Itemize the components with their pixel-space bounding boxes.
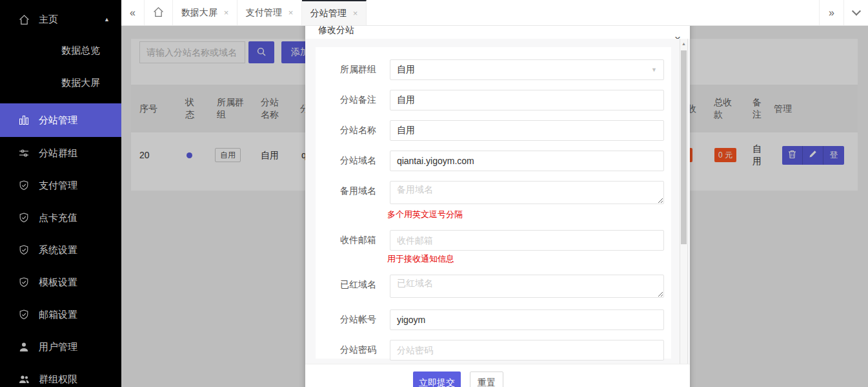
sidebar-item-site-groups[interactable]: 分站群组: [0, 140, 121, 166]
close-icon[interactable]: ×: [353, 8, 358, 18]
shield-check-icon: [18, 212, 30, 224]
tab-label: 支付管理: [246, 7, 282, 19]
modal-body: 所属群组 自用 ▼ 分站备注 分站名称 分站域名 备用域名: [305, 39, 690, 364]
edit-site-form: 所属群组 自用 ▼ 分站备注 分站名称 分站域名 备用域名: [316, 47, 671, 359]
sidebar-item-site-manage[interactable]: 分站管理: [0, 103, 121, 137]
sliders-icon: [18, 147, 30, 159]
scroll-up-icon[interactable]: ▲: [680, 39, 687, 48]
field-label: 分站域名: [340, 151, 379, 167]
sidebar-item-label: 邮箱设置: [39, 309, 77, 321]
expand-tabs-button[interactable]: »: [819, 0, 843, 25]
users-icon: [18, 373, 30, 385]
sidebar-item-label: 数据大屏: [61, 77, 100, 89]
form-row-backup-domain: 备用域名 多个用英文逗号分隔: [340, 181, 671, 220]
modal-footer: 立即提交 重置: [305, 364, 690, 387]
sidebar-item-label: 分站群组: [39, 147, 77, 160]
sidebar-item-home[interactable]: 主页 ▲: [0, 5, 121, 34]
sidebar-item-label: 数据总览: [61, 45, 100, 57]
site-name-input[interactable]: [390, 120, 664, 141]
home-icon: [153, 6, 164, 19]
backup-domain-textarea[interactable]: [390, 181, 664, 204]
tabbar-right-controls: »: [819, 0, 868, 25]
sidebar-item-mail-settings[interactable]: 邮箱设置: [0, 302, 121, 328]
sidebar-item-label: 主页: [39, 14, 58, 26]
sidebar-item-system-settings[interactable]: 系统设置: [0, 237, 121, 263]
sidebar-item-label: 用户管理: [39, 341, 77, 353]
shield-check-icon: [18, 277, 30, 288]
field-label: 分站名称: [340, 120, 379, 136]
sidebar-item-label: 支付管理: [39, 180, 77, 192]
field-label: 分站帐号: [340, 309, 379, 326]
form-row-flagged-domain: 已红域名: [340, 275, 671, 300]
tab-site-manage[interactable]: 分站管理 ×: [302, 0, 367, 25]
sidebar-item-label: 模板设置: [39, 277, 77, 289]
field-label: 分站密码: [340, 340, 379, 356]
site-remark-input[interactable]: [390, 90, 664, 110]
field-label: 收件邮箱: [340, 230, 379, 246]
field-label: 分站备注: [340, 90, 379, 106]
site-password-input[interactable]: [390, 340, 664, 361]
edit-site-modal: 修改分站 × 所属群组 自用 ▼ 分站备注 分站名称 分站域名: [305, 10, 690, 387]
sidebar-item-label: 分站管理: [39, 114, 77, 127]
tab-label: 数据大屏: [181, 7, 217, 19]
home-icon: [18, 14, 30, 25]
field-hint: 多个用英文逗号分隔: [387, 209, 671, 220]
submit-button[interactable]: 立即提交: [413, 371, 461, 387]
chevron-down-icon: [851, 6, 860, 16]
group-select[interactable]: 自用 ▼: [390, 59, 664, 80]
form-row-remark: 分站备注: [340, 90, 671, 110]
shield-check-icon: [18, 309, 30, 320]
collapse-tabs-button[interactable]: «: [121, 0, 145, 25]
field-label: 备用域名: [340, 181, 379, 197]
tab-label: 分站管理: [310, 8, 347, 19]
tabbar: « 数据大屏 × 支付管理 × 分站管理 × »: [121, 0, 868, 26]
sidebar: 主页 ▲ 数据总览 数据大屏 分站管理 分站群组 支付管理 点卡充值 系统设置: [0, 0, 121, 387]
sidebar-item-label: 系统设置: [39, 244, 77, 256]
close-icon[interactable]: ×: [224, 8, 229, 17]
chart-columns-icon: [18, 114, 30, 126]
close-icon[interactable]: ×: [288, 8, 294, 17]
sidebar-item-payment[interactable]: 支付管理: [0, 173, 121, 198]
site-account-input[interactable]: [390, 309, 664, 330]
user-icon: [18, 341, 30, 353]
tab-payment[interactable]: 支付管理 ×: [237, 0, 302, 25]
scrollbar-thumb[interactable]: [681, 50, 687, 244]
flagged-domain-textarea[interactable]: [390, 275, 664, 298]
sidebar-item-label: 点卡充值: [39, 212, 77, 224]
form-row-group: 所属群组 自用 ▼: [340, 59, 671, 80]
form-row-email: 收件邮箱 用于接收通知信息: [340, 230, 671, 265]
modal-scrollbar[interactable]: ▲: [680, 39, 688, 364]
sidebar-item-card-recharge[interactable]: 点卡充值: [0, 205, 121, 231]
sidebar-item-template-settings[interactable]: 模板设置: [0, 269, 121, 295]
sidebar-item-data-overview[interactable]: 数据总览: [0, 37, 121, 63]
sidebar-item-label: 群组权限: [39, 373, 77, 386]
sidebar-item-group-permissions[interactable]: 群组权限: [0, 366, 121, 387]
shield-check-icon: [18, 244, 30, 256]
form-row-domain: 分站域名: [340, 151, 671, 171]
home-tab-button[interactable]: [145, 0, 173, 25]
double-chevron-right-icon: »: [829, 7, 834, 19]
shield-check-icon: [18, 180, 30, 191]
group-select-value: 自用: [397, 64, 415, 76]
reset-button[interactable]: 重置: [470, 371, 503, 387]
double-chevron-left-icon: «: [130, 7, 136, 19]
form-row-password: 分站密码: [340, 340, 671, 361]
field-label: 所属群组: [340, 59, 379, 76]
sidebar-item-user-manage[interactable]: 用户管理: [0, 334, 121, 360]
tab-menu-button[interactable]: [843, 0, 868, 25]
site-domain-input[interactable]: [390, 151, 664, 171]
tab-data-screen[interactable]: 数据大屏 ×: [173, 0, 237, 25]
form-row-account: 分站帐号: [340, 309, 671, 330]
collapse-arrow-icon: ▲: [104, 16, 110, 23]
form-row-name: 分站名称: [340, 120, 671, 141]
field-label: 已红域名: [340, 275, 379, 291]
field-hint: 用于接收通知信息: [387, 253, 671, 265]
chevron-down-icon: ▼: [651, 67, 657, 73]
sidebar-item-data-screen[interactable]: 数据大屏: [0, 70, 121, 96]
notify-email-input[interactable]: [390, 230, 664, 251]
